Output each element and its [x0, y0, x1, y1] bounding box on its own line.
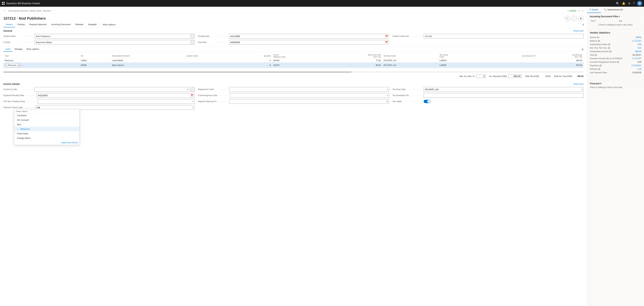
- settings-icon[interactable]: ⚙: [628, 2, 630, 5]
- due-date-label: Due Date: [198, 41, 216, 43]
- sub-inv-disc-input[interactable]: [476, 74, 486, 78]
- edit-button[interactable]: ✏: [565, 16, 570, 21]
- row2-context-menu[interactable]: ⋮: [21, 64, 23, 66]
- dropdown-item-fixed-asset[interactable]: Fixed Asset: [14, 131, 80, 136]
- sub-inv-disc-group: Sub. Inv. Disc. %: [459, 74, 486, 78]
- vendor-invoice-no-value-wrap: [424, 34, 584, 38]
- tab-request-approval[interactable]: Request Approval: [27, 22, 49, 27]
- table-row[interactable]: → Resource ▾ ⋮ MARK Mark Ha: [3, 62, 584, 68]
- expected-receipt-date-cal[interactable]: 📅: [190, 94, 194, 97]
- table-row[interactable]: Resource LINDA Linda Martin 4 HOUR 77.00…: [3, 59, 584, 62]
- posting-date-calendar-icon[interactable]: 📅: [384, 35, 389, 37]
- info-icon[interactable]: ℹ: [582, 23, 584, 26]
- expected-receipt-date-text[interactable]: [37, 94, 190, 97]
- dropdown-item-comment[interactable]: Comment: [14, 113, 80, 118]
- total-tax-group: Total Tax (USD) 25.80: [525, 75, 550, 77]
- forecast-chevron[interactable]: ▾: [600, 82, 601, 85]
- expand-button[interactable]: ⤢: [578, 9, 580, 12]
- dropdown-item-resource[interactable]: →Resource: [14, 127, 80, 131]
- row2-type-dropdown[interactable]: ▾: [18, 63, 20, 67]
- tab-release[interactable]: Release: [73, 22, 86, 27]
- vs-value-outstanding-orders[interactable]: 0.00: [638, 43, 641, 46]
- dropdown-item-glaccount[interactable]: G/L Account: [14, 118, 80, 122]
- department-code-select[interactable]: [229, 87, 389, 92]
- vs-value-balance[interactable]: 17,273.87: [632, 40, 641, 42]
- row1-loc: [184, 59, 238, 62]
- tab-navigate[interactable]: Navigate: [86, 22, 99, 27]
- add-button[interactable]: +: [572, 16, 577, 21]
- currency-code-more[interactable]: ···: [191, 87, 194, 92]
- tax-liable-toggle[interactable]: [424, 100, 430, 103]
- vs-value-amt-rcd[interactable]: 0.00: [638, 47, 641, 49]
- avatar[interactable]: IK: [637, 1, 642, 6]
- collapse-button[interactable]: ⤡: [582, 9, 584, 12]
- lines-expand-icon[interactable]: ⊞: [582, 48, 584, 51]
- vs-value-vendor-no[interactable]: 50000: [636, 36, 641, 38]
- vs-value-refunds[interactable]: 0.00: [638, 68, 641, 70]
- due-date-text[interactable]: [229, 40, 384, 44]
- table-scroll-bar[interactable]: [3, 71, 584, 73]
- vs-value-outstanding-invoices[interactable]: 885.80: [635, 50, 641, 53]
- vendor-name-field: Vendor Name ···: [3, 34, 194, 38]
- vs-label-balance: Balance ($): [590, 40, 600, 42]
- dropdown-item-item[interactable]: Item: [14, 122, 80, 127]
- invoice-details-section: Invoice Details Show more Currency Code …: [0, 81, 587, 112]
- expected-receipt-date-label: Expected Receipt Date: [3, 94, 24, 97]
- payment-discount-pct-input[interactable]: [229, 99, 389, 104]
- vat-bus-posting-group-select[interactable]: [38, 99, 194, 104]
- incoming-doc-empty-row: (There is nothing to show in this view.): [590, 23, 641, 27]
- rp-tab-details[interactable]: ℹ Details: [587, 7, 601, 13]
- rp-tab-attachments[interactable]: 📎 Attachments (0): [601, 7, 626, 13]
- department-code-field: Department Code ▾: [198, 87, 389, 92]
- currency-code-select[interactable]: [34, 87, 189, 92]
- customergroup-code-select[interactable]: [230, 93, 389, 98]
- due-date-calendar-icon[interactable]: 📅: [384, 41, 389, 44]
- vs-value-overdue[interactable]: 17,273.87: [632, 57, 641, 60]
- lines-tab-lines[interactable]: Lines: [3, 47, 12, 52]
- vendor-invoice-no-label: Vendor Invoice No.: [392, 35, 411, 37]
- bell-icon[interactable]: 🔔: [622, 2, 625, 5]
- tax-exemption-no-input[interactable]: [424, 93, 584, 98]
- incoming-doc-title: Incoming Document Files ▾: [590, 15, 641, 18]
- invoice-details-show-more[interactable]: Show more: [573, 83, 584, 85]
- back-button[interactable]: ←: [3, 9, 6, 12]
- general-show-more[interactable]: Show more: [573, 30, 584, 32]
- totals-bar: Sub. Inv. Disc. % Inv. Discount (USD) To…: [3, 73, 584, 79]
- invoice-details-title: Invoice Details: [3, 83, 20, 85]
- vs-row-vendor-no: Vendor No. 50000: [590, 36, 641, 39]
- incoming-doc-col-type: Type: [617, 19, 641, 23]
- tax-area-code-select[interactable]: ATLANTA, GA: [424, 87, 584, 92]
- tab-posting[interactable]: Posting: [15, 22, 27, 27]
- lines-tab-more-options[interactable]: More options: [24, 47, 41, 52]
- vendor-invoice-no-input[interactable]: [424, 34, 584, 38]
- contact-more-btn[interactable]: ···: [191, 40, 194, 45]
- search-icon[interactable]: 🔍: [616, 2, 619, 5]
- inv-discount-input[interactable]: [508, 74, 522, 78]
- help-icon[interactable]: ?: [633, 2, 634, 5]
- general-title: General: [3, 29, 12, 32]
- tab-incoming-document[interactable]: Incoming Document: [49, 22, 73, 27]
- saved-label: ✓ SAVED: [567, 10, 576, 12]
- row2-line-amt: 552.00: [537, 62, 584, 68]
- tax-liable-label: Tax Liable: [392, 100, 411, 103]
- app-grid-icon[interactable]: [2, 2, 5, 5]
- posting-date-field: Posting Date 📅: [198, 34, 389, 38]
- table-scroll-thumb: [3, 71, 352, 73]
- vendor-name-more-btn[interactable]: ···: [191, 34, 194, 38]
- incoming-doc-chevron[interactable]: ▾: [619, 15, 620, 17]
- vendor-name-input[interactable]: [34, 34, 191, 38]
- vs-label-outstanding-orders: Outstanding Orders ($): [590, 43, 610, 46]
- tab-more-options[interactable]: More options: [100, 22, 118, 27]
- tab-invoice[interactable]: Invoice: [3, 22, 15, 27]
- type-dropdown-overlay: Option Values Comment G/L Account Item →…: [14, 109, 80, 145]
- delete-button[interactable]: 🗑: [578, 16, 584, 21]
- select-full-list-link[interactable]: Select from full list: [62, 142, 78, 144]
- col-line-amt: Line AmountExcl. Tax: [537, 53, 584, 59]
- vs-value-payments[interactable]: 172,839.81: [631, 64, 641, 67]
- currency-code-select-wrap: ▾: [34, 87, 189, 92]
- col-location-code: Location Code: [184, 53, 238, 59]
- lines-tab-manage[interactable]: Manage: [12, 47, 24, 52]
- posting-date-text[interactable]: [229, 34, 384, 38]
- contact-input[interactable]: [34, 40, 191, 45]
- dropdown-item-charge-item[interactable]: Charge (Item): [14, 136, 80, 140]
